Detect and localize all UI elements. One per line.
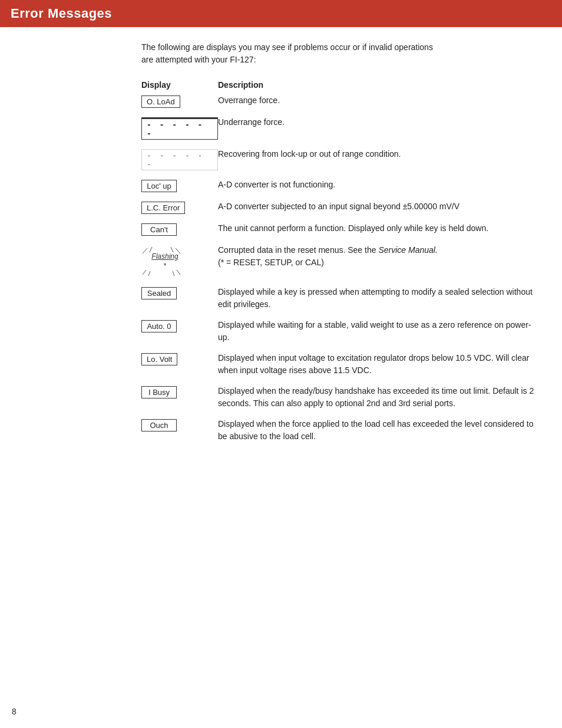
display-ouch: Ouch — [141, 419, 177, 431]
desc-flashing: Corrupted data in the reset menus. See t… — [218, 244, 542, 269]
desc-cant: The unit cannot perform a function. Disp… — [218, 222, 542, 235]
svg-line-7 — [173, 271, 174, 276]
intro-paragraph: The following are displays you may see i… — [141, 41, 542, 66]
display-cell-cant: Can't — [141, 222, 218, 236]
desc-locup: A-D converter is not functioning. — [218, 179, 542, 191]
flashing-label: Flashing * — [147, 251, 183, 270]
desc-recovering: Recovering from lock-up or out of range … — [218, 148, 542, 160]
svg-line-0 — [143, 248, 147, 253]
table-row: Loc' up A-D converter is not functioning… — [141, 179, 542, 192]
display-cell-locup: Loc' up — [141, 179, 218, 192]
display-cant: Can't — [141, 223, 177, 236]
table-row: L.C. Error A-D converter subjected to an… — [141, 200, 542, 214]
display-underrange: - - - - - - — [141, 117, 218, 140]
svg-line-6 — [177, 270, 180, 275]
table-row: - - - - - - Recovering from lock-up or o… — [141, 148, 542, 170]
svg-line-3 — [148, 271, 150, 276]
desc-lovolt: Displayed when input voltage to excitati… — [218, 352, 542, 377]
header-bar: Error Messages — [0, 0, 562, 27]
table-header: Display Description — [141, 80, 542, 90]
col-desc-label: Description — [218, 80, 263, 90]
intro-line2: are attempted with your FI-127: — [141, 55, 256, 64]
desc-ouch: Displayed when the force applied to the … — [218, 418, 542, 443]
display-cell-lcerror: L.C. Error — [141, 200, 218, 214]
desc-underrange: Underrange force. — [218, 116, 542, 129]
svg-line-2 — [143, 270, 146, 275]
content-area: The following are displays you may see i… — [0, 41, 542, 443]
desc-overrange: Overrange force. — [218, 94, 542, 107]
col-display-label: Display — [141, 80, 218, 90]
table-row: Can't The unit cannot perform a function… — [141, 222, 542, 236]
display-cell-recovering: - - - - - - — [141, 148, 218, 170]
table-row: - - - - - - Underrange force. — [141, 116, 542, 140]
display-auto0: Auto. 0 — [141, 320, 177, 332]
table-row: Auto. 0 Displayed while waiting for a st… — [141, 319, 542, 344]
display-overrange: O. LoAd — [141, 95, 180, 108]
table-row: I Busy Displayed when the ready/busy han… — [141, 385, 542, 410]
page-number: 8 — [12, 707, 16, 716]
table-row: Flashing * Corrupted data in the reset m… — [141, 244, 542, 278]
display-cell-overrange: O. LoAd — [141, 94, 218, 108]
display-cell-underrange: - - - - - - — [141, 116, 218, 140]
display-cell-ibusy: I Busy — [141, 385, 218, 398]
desc-auto0: Displayed while waiting for a stable, va… — [218, 319, 542, 344]
display-ibusy: I Busy — [141, 386, 177, 398]
desc-sealed: Displayed while a key is pressed when at… — [218, 286, 542, 311]
table-row: O. LoAd Overrange force. — [141, 94, 542, 108]
display-cell-flashing: Flashing * — [141, 244, 218, 278]
table-row: Sealed Displayed while a key is pressed … — [141, 286, 542, 311]
page-title: Error Messages — [11, 6, 551, 21]
table-row: Ouch Displayed when the force applied to… — [141, 418, 542, 443]
display-lcerror: L.C. Error — [141, 202, 185, 214]
desc-lcerror: A-D converter subjected to an input sign… — [218, 200, 542, 213]
display-locup: Loc' up — [141, 180, 177, 192]
display-cell-auto0: Auto. 0 — [141, 319, 218, 332]
display-lovolt: Lo. Volt — [141, 353, 177, 365]
desc-ibusy: Displayed when the ready/busy handshake … — [218, 385, 542, 410]
display-cell-sealed: Sealed — [141, 286, 218, 299]
display-cell-ouch: Ouch — [141, 418, 218, 431]
display-recovering: - - - - - - — [141, 149, 218, 170]
error-table: O. LoAd Overrange force. - - - - - - Und… — [141, 94, 542, 443]
table-row: Lo. Volt Displayed when input voltage to… — [141, 352, 542, 377]
display-flashing: Flashing * — [141, 245, 189, 278]
intro-line1: The following are displays you may see i… — [141, 42, 433, 52]
display-cell-lovolt: Lo. Volt — [141, 352, 218, 365]
display-sealed: Sealed — [141, 287, 177, 299]
